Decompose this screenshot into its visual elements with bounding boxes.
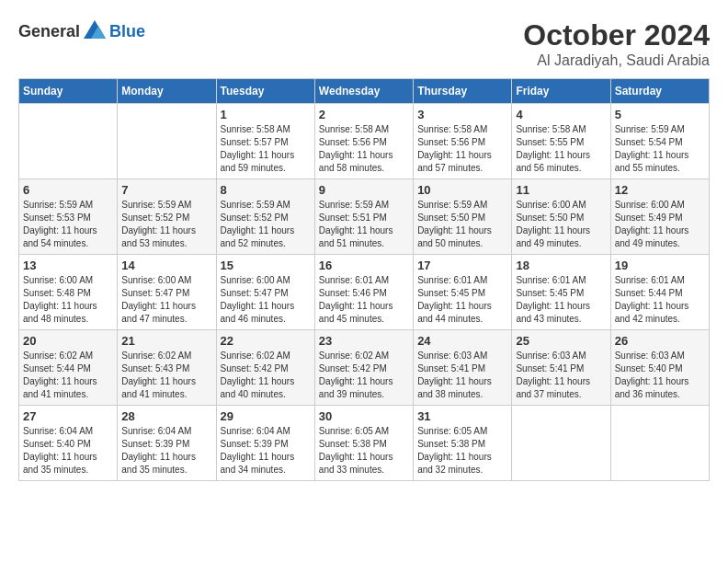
- calendar-cell: 23Sunrise: 6:02 AMSunset: 5:42 PMDayligh…: [314, 330, 413, 406]
- logo: General Blue: [18, 18, 145, 44]
- calendar-cell: 12Sunrise: 6:00 AMSunset: 5:49 PMDayligh…: [610, 179, 709, 255]
- day-number: 25: [516, 334, 606, 348]
- day-info: Sunrise: 6:04 AMSunset: 5:39 PMDaylight:…: [221, 425, 311, 477]
- day-number: 15: [221, 259, 311, 272]
- calendar-week-2: 6Sunrise: 5:59 AMSunset: 5:53 PMDaylight…: [19, 179, 710, 255]
- calendar-cell: 18Sunrise: 6:01 AMSunset: 5:45 PMDayligh…: [512, 255, 610, 330]
- calendar-cell: 4Sunrise: 5:58 AMSunset: 5:55 PMDaylight…: [512, 104, 610, 179]
- day-number: 1: [221, 108, 311, 121]
- day-number: 18: [516, 259, 606, 272]
- calendar-cell: 11Sunrise: 6:00 AMSunset: 5:50 PMDayligh…: [512, 179, 610, 255]
- calendar-week-5: 27Sunrise: 6:04 AMSunset: 5:40 PMDayligh…: [19, 406, 710, 481]
- day-number: 2: [319, 108, 409, 121]
- header-row: SundayMondayTuesdayWednesdayThursdayFrid…: [19, 79, 710, 104]
- day-number: 20: [23, 334, 113, 348]
- day-info: Sunrise: 6:05 AMSunset: 5:38 PMDaylight:…: [319, 425, 409, 477]
- page-header: General Blue October 2024 Al Jaradiyah, …: [18, 18, 710, 69]
- day-info: Sunrise: 6:02 AMSunset: 5:43 PMDaylight:…: [121, 350, 211, 401]
- day-number: 17: [417, 259, 507, 272]
- day-info: Sunrise: 5:59 AMSunset: 5:50 PMDaylight:…: [417, 199, 507, 250]
- day-info: Sunrise: 6:03 AMSunset: 5:40 PMDaylight:…: [615, 350, 705, 401]
- calendar-cell: 15Sunrise: 6:00 AMSunset: 5:47 PMDayligh…: [216, 255, 314, 330]
- day-info: Sunrise: 6:03 AMSunset: 5:41 PMDaylight:…: [417, 350, 507, 401]
- day-number: 7: [121, 183, 211, 197]
- calendar-cell: 5Sunrise: 5:59 AMSunset: 5:54 PMDaylight…: [610, 104, 709, 179]
- header-cell-monday: Monday: [118, 79, 216, 104]
- calendar-week-4: 20Sunrise: 6:02 AMSunset: 5:44 PMDayligh…: [19, 330, 710, 406]
- day-number: 8: [221, 183, 311, 197]
- logo-text-general: General: [18, 22, 80, 41]
- day-info: Sunrise: 6:00 AMSunset: 5:49 PMDaylight:…: [615, 199, 705, 250]
- day-info: Sunrise: 6:00 AMSunset: 5:47 PMDaylight:…: [221, 274, 311, 326]
- day-number: 3: [417, 108, 507, 121]
- day-info: Sunrise: 6:01 AMSunset: 5:44 PMDaylight:…: [615, 274, 705, 326]
- header-cell-saturday: Saturday: [610, 79, 709, 104]
- day-info: Sunrise: 6:02 AMSunset: 5:42 PMDaylight:…: [319, 350, 409, 401]
- calendar-cell: 20Sunrise: 6:02 AMSunset: 5:44 PMDayligh…: [19, 330, 118, 406]
- calendar-cell: 21Sunrise: 6:02 AMSunset: 5:43 PMDayligh…: [118, 330, 216, 406]
- calendar-cell: 6Sunrise: 5:59 AMSunset: 5:53 PMDaylight…: [19, 179, 118, 255]
- calendar-week-3: 13Sunrise: 6:00 AMSunset: 5:48 PMDayligh…: [19, 255, 710, 330]
- day-info: Sunrise: 6:01 AMSunset: 5:46 PMDaylight:…: [319, 274, 409, 326]
- calendar-cell: 31Sunrise: 6:05 AMSunset: 5:38 PMDayligh…: [414, 406, 512, 481]
- day-info: Sunrise: 6:00 AMSunset: 5:48 PMDaylight:…: [23, 274, 113, 326]
- calendar-cell: 2Sunrise: 5:58 AMSunset: 5:56 PMDaylight…: [314, 104, 413, 179]
- day-number: 22: [221, 334, 311, 348]
- calendar-cell: [610, 406, 709, 481]
- day-info: Sunrise: 6:04 AMSunset: 5:40 PMDaylight:…: [23, 425, 113, 477]
- header-cell-tuesday: Tuesday: [216, 79, 314, 104]
- logo-text-blue: Blue: [109, 22, 145, 41]
- calendar-cell: 1Sunrise: 5:58 AMSunset: 5:57 PMDaylight…: [216, 104, 314, 179]
- page-subtitle: Al Jaradiyah, Saudi Arabia: [523, 52, 710, 69]
- day-number: 31: [417, 409, 507, 423]
- day-number: 29: [221, 409, 311, 423]
- day-number: 21: [121, 334, 211, 348]
- day-number: 23: [319, 334, 409, 348]
- calendar-cell: 9Sunrise: 5:59 AMSunset: 5:51 PMDaylight…: [314, 179, 413, 255]
- day-number: 10: [417, 183, 507, 197]
- day-info: Sunrise: 6:02 AMSunset: 5:44 PMDaylight:…: [23, 350, 113, 401]
- day-info: Sunrise: 6:00 AMSunset: 5:50 PMDaylight:…: [516, 199, 606, 250]
- calendar-cell: 30Sunrise: 6:05 AMSunset: 5:38 PMDayligh…: [314, 406, 413, 481]
- day-info: Sunrise: 6:01 AMSunset: 5:45 PMDaylight:…: [516, 274, 606, 326]
- day-number: 24: [417, 334, 507, 348]
- title-block: October 2024 Al Jaradiyah, Saudi Arabia: [523, 18, 710, 69]
- calendar-cell: 16Sunrise: 6:01 AMSunset: 5:46 PMDayligh…: [314, 255, 413, 330]
- day-info: Sunrise: 5:59 AMSunset: 5:52 PMDaylight:…: [221, 199, 311, 250]
- day-info: Sunrise: 6:03 AMSunset: 5:41 PMDaylight:…: [516, 350, 606, 401]
- day-number: 28: [121, 409, 211, 423]
- day-info: Sunrise: 6:02 AMSunset: 5:42 PMDaylight:…: [221, 350, 311, 401]
- day-info: Sunrise: 5:59 AMSunset: 5:54 PMDaylight:…: [615, 123, 705, 175]
- day-number: 4: [516, 108, 606, 121]
- calendar-cell: [19, 104, 118, 179]
- day-info: Sunrise: 6:00 AMSunset: 5:47 PMDaylight:…: [121, 274, 211, 326]
- day-number: 13: [23, 259, 113, 272]
- day-number: 26: [615, 334, 705, 348]
- day-number: 9: [319, 183, 409, 197]
- day-info: Sunrise: 5:58 AMSunset: 5:57 PMDaylight:…: [221, 123, 311, 175]
- calendar-cell: 13Sunrise: 6:00 AMSunset: 5:48 PMDayligh…: [19, 255, 118, 330]
- calendar-cell: 29Sunrise: 6:04 AMSunset: 5:39 PMDayligh…: [216, 406, 314, 481]
- calendar-cell: 19Sunrise: 6:01 AMSunset: 5:44 PMDayligh…: [610, 255, 709, 330]
- day-info: Sunrise: 6:01 AMSunset: 5:45 PMDaylight:…: [417, 274, 507, 326]
- day-info: Sunrise: 5:58 AMSunset: 5:55 PMDaylight:…: [516, 123, 606, 175]
- calendar-body: 1Sunrise: 5:58 AMSunset: 5:57 PMDaylight…: [19, 104, 710, 481]
- day-number: 14: [121, 259, 211, 272]
- calendar-cell: 28Sunrise: 6:04 AMSunset: 5:39 PMDayligh…: [118, 406, 216, 481]
- day-number: 5: [615, 108, 705, 121]
- page-title: October 2024: [523, 18, 710, 52]
- calendar-header: SundayMondayTuesdayWednesdayThursdayFrid…: [19, 79, 710, 104]
- day-number: 11: [516, 183, 606, 197]
- calendar-cell: 8Sunrise: 5:59 AMSunset: 5:52 PMDaylight…: [216, 179, 314, 255]
- calendar-cell: [512, 406, 610, 481]
- day-number: 16: [319, 259, 409, 272]
- day-info: Sunrise: 5:58 AMSunset: 5:56 PMDaylight:…: [319, 123, 409, 175]
- calendar-cell: 22Sunrise: 6:02 AMSunset: 5:42 PMDayligh…: [216, 330, 314, 406]
- calendar-cell: 7Sunrise: 5:59 AMSunset: 5:52 PMDaylight…: [118, 179, 216, 255]
- day-info: Sunrise: 5:59 AMSunset: 5:51 PMDaylight:…: [319, 199, 409, 250]
- day-number: 19: [615, 259, 705, 272]
- header-cell-friday: Friday: [512, 79, 610, 104]
- day-info: Sunrise: 6:05 AMSunset: 5:38 PMDaylight:…: [417, 425, 507, 477]
- day-info: Sunrise: 5:59 AMSunset: 5:52 PMDaylight:…: [121, 199, 211, 250]
- calendar-cell: 3Sunrise: 5:58 AMSunset: 5:56 PMDaylight…: [414, 104, 512, 179]
